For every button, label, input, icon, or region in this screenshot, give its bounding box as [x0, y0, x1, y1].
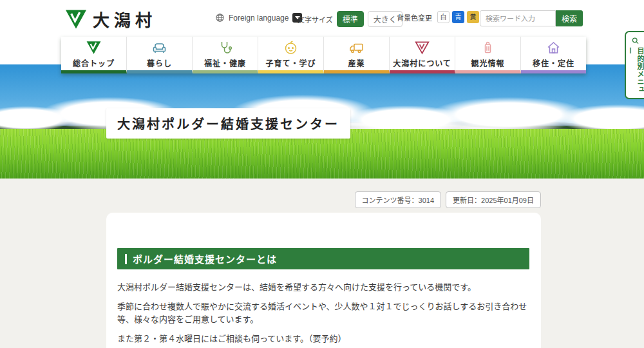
page-title: 大潟村ポルダー結婚支援センター — [117, 114, 339, 133]
hero-image: 大潟村ポルダー結婚支援センター — [0, 64, 644, 179]
house-icon — [545, 40, 562, 55]
nav-item-label: 福祉・健康 — [204, 57, 246, 68]
site-logo[interactable]: 大潟村 — [64, 7, 156, 31]
page: 大潟村 Foreign language 文字サイズ 標準 大きく 背景色変更 … — [0, 0, 644, 348]
suitcase-icon — [479, 40, 497, 55]
nav-item-label: 観光情報 — [471, 57, 504, 68]
village-logo-icon — [85, 40, 102, 55]
font-size-standard-button[interactable]: 標準 — [337, 11, 364, 27]
nav-item-label: 総合トップ — [73, 57, 115, 68]
content-card: ポルダー結婚支援センターとは 大潟村ポルダー結婚支援センターは、結婚を希望する方… — [106, 213, 541, 348]
page-title-box: 大潟村ポルダー結婚支援センター — [106, 108, 350, 139]
stethoscope-icon — [216, 40, 234, 55]
nav-item-living[interactable]: 暮らし — [127, 37, 193, 73]
nav-item-label: 移住・定住 — [533, 57, 574, 68]
font-size-control: 文字サイズ 標準 大きく — [298, 11, 402, 27]
site-search: 検索 — [480, 10, 583, 26]
language-switcher: Foreign language — [215, 13, 302, 23]
search-icon — [631, 37, 639, 44]
nav-item-label: 子育て・学び — [265, 57, 316, 68]
purpose-menu-tab[interactable]: 目的別メニュー — [625, 31, 644, 99]
nav-item-top[interactable]: 総合トップ — [61, 37, 127, 73]
nav-item-tourism[interactable]: 観光情報 — [455, 37, 521, 73]
nav-item-migration[interactable]: 移住・定住 — [521, 37, 586, 73]
paragraph: 季節に合わせ複数人で賑やかに交流する婚活イベントや、少人数や１対１でじっくりお話… — [117, 300, 529, 326]
foreign-language-label: Foreign language — [229, 14, 289, 23]
nav-item-childcare-learning[interactable]: 子育て・学び — [258, 37, 324, 73]
globe-icon — [215, 13, 225, 23]
paragraph: また第２・第４水曜日にはご相談も伺っています。（要予約） — [117, 333, 529, 345]
nav-item-label: 産業 — [348, 57, 365, 68]
bg-blue-button[interactable]: 青 — [452, 11, 464, 23]
paragraph: 大潟村ポルダー結婚支援センターは、結婚を希望する方々へ向けた支援を行っている機関… — [117, 281, 529, 294]
site-name: 大潟村 — [93, 7, 156, 31]
village-logo-icon — [64, 9, 88, 30]
nav-item-label: 大潟村について — [393, 57, 451, 68]
baby-face-icon — [282, 40, 299, 55]
sofa-icon — [151, 40, 168, 55]
triangle-logo-outline-icon — [413, 40, 431, 55]
truck-icon — [348, 40, 365, 55]
page-meta: コンテンツ番号：3014 更新日：2025年01月09日 — [355, 191, 541, 208]
nav-item-about-village[interactable]: 大潟村について — [390, 37, 455, 73]
nav-item-industry[interactable]: 産業 — [324, 37, 390, 73]
bg-color-label: 背景色変更 — [397, 12, 432, 23]
updated-date-badge: 更新日：2025年01月09日 — [446, 191, 541, 208]
bg-yellow-button[interactable]: 黄 — [467, 11, 479, 23]
content-number-badge: コンテンツ番号：3014 — [355, 191, 441, 208]
search-button[interactable]: 検索 — [556, 10, 583, 26]
section-heading: ポルダー結婚支援センターとは — [117, 248, 529, 269]
font-size-label: 文字サイズ — [298, 14, 333, 24]
nav-item-welfare-health[interactable]: 福祉・健康 — [193, 37, 258, 73]
search-input[interactable] — [480, 10, 556, 26]
global-nav: 総合トップ 暮らし 福祉・健康 — [61, 37, 586, 73]
bg-white-button[interactable]: 白 — [437, 11, 450, 23]
nav-item-label: 暮らし — [147, 57, 172, 68]
purpose-menu-label: 目的別メニュー — [625, 47, 644, 98]
